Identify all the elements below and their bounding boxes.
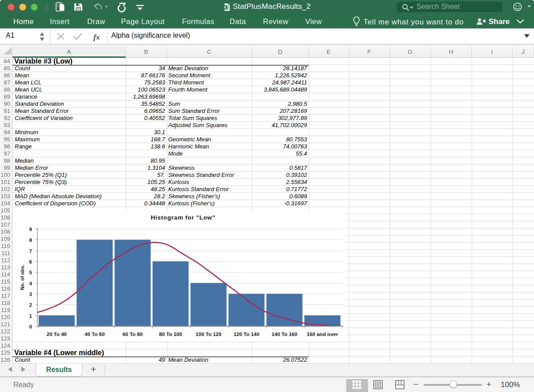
svg-text:120 To 140: 120 To 140	[234, 332, 259, 337]
svg-text:7: 7	[29, 248, 32, 254]
svg-text:1: 1	[29, 313, 32, 319]
svg-text:x: x	[224, 5, 226, 9]
svg-text:4: 4	[29, 281, 32, 286]
svg-text:fx: fx	[93, 33, 100, 41]
svg-text:20 To 40: 20 To 40	[47, 332, 67, 337]
svg-text:9: 9	[29, 227, 32, 232]
svg-text:160 and over: 160 and over	[307, 332, 338, 337]
svg-text:40 To 60: 40 To 60	[85, 332, 105, 337]
svg-text:0: 0	[29, 324, 32, 329]
svg-text:100 To 120: 100 To 120	[196, 332, 222, 337]
svg-text:60 To 80: 60 To 80	[122, 332, 142, 337]
svg-text:No. of obs.: No. of obs.	[20, 265, 25, 290]
svg-text:5: 5	[29, 270, 32, 275]
svg-text:80 To 100: 80 To 100	[159, 332, 182, 337]
svg-text:Histogram for "Low": Histogram for "Low"	[151, 214, 215, 221]
svg-text:140 To 160: 140 To 160	[271, 332, 297, 337]
svg-text:3: 3	[29, 292, 32, 297]
svg-text:6: 6	[29, 259, 32, 264]
svg-text:2: 2	[29, 302, 32, 308]
svg-text:8: 8	[29, 237, 32, 243]
